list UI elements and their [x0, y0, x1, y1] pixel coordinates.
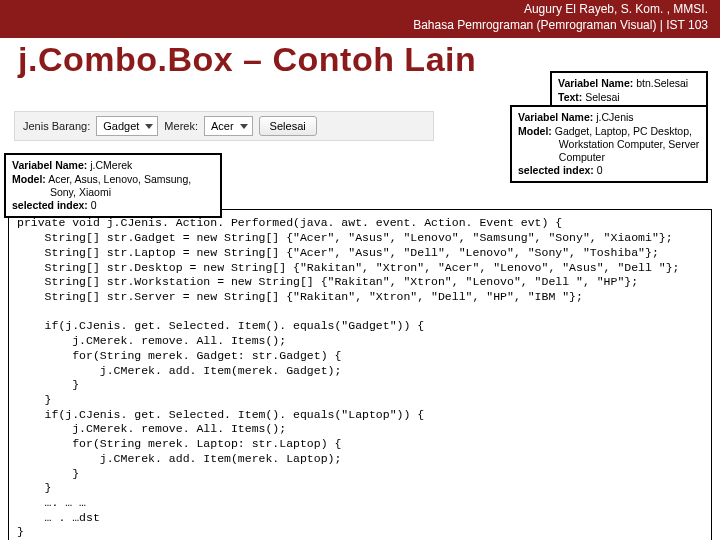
- chevron-down-icon: [240, 124, 248, 129]
- header-bar: Augury El Rayeb, S. Kom. , MMSI. Bahasa …: [0, 0, 720, 35]
- code-block: private void j.CJenis. Action. Performed…: [8, 209, 712, 540]
- combo-merek[interactable]: Acer: [204, 116, 253, 136]
- callout-jenis: Variabel Name: j.CJenis Model: Gadget, L…: [510, 105, 708, 183]
- ui-row: Jenis Barang: Gadget Merek: Acer Selesai…: [8, 85, 712, 205]
- callout-selesai: Variabel Name: btn.Selesai Text: Selesai: [550, 71, 708, 109]
- combo-jenis[interactable]: Gadget: [96, 116, 158, 136]
- callout-selesai-text: Variabel Name: btn.Selesai Text: Selesai: [558, 77, 688, 102]
- control-strip: Jenis Barang: Gadget Merek: Acer Selesai: [14, 111, 434, 141]
- callout-merek-text: Variabel Name: j.CMerek Model: Acer, Asu…: [12, 159, 191, 210]
- header-line2: Bahasa Pemrograman (Pemrograman Visual) …: [0, 17, 708, 33]
- combo-jenis-value: Gadget: [103, 120, 139, 132]
- callout-merek: Variabel Name: j.CMerek Model: Acer, Asu…: [4, 153, 222, 218]
- callout-jenis-text: Variabel Name: j.CJenis Model: Gadget, L…: [518, 111, 699, 176]
- header-line1: Augury El Rayeb, S. Kom. , MMSI.: [524, 2, 708, 16]
- chevron-down-icon: [145, 124, 153, 129]
- combo-merek-value: Acer: [211, 120, 234, 132]
- label-jenis: Jenis Barang:: [23, 120, 90, 132]
- selesai-button[interactable]: Selesai: [259, 116, 317, 136]
- code-text: private void j.CJenis. Action. Performed…: [17, 216, 680, 538]
- label-merek: Merek:: [164, 120, 198, 132]
- selesai-button-label: Selesai: [270, 120, 306, 132]
